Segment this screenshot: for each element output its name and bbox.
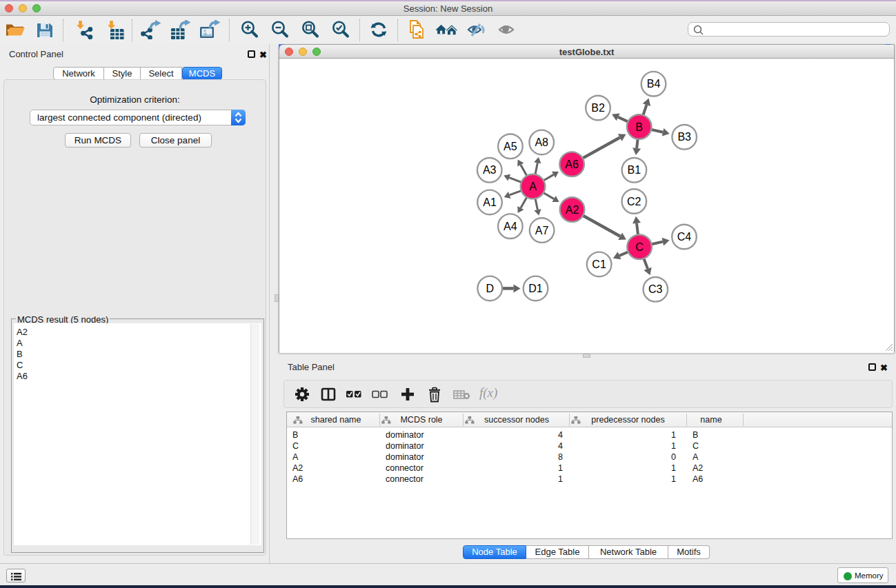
svg-text:B1: B1: [628, 164, 641, 176]
svg-text:C1: C1: [592, 258, 606, 270]
svg-text:C2: C2: [627, 196, 641, 207]
svg-text:A3: A3: [483, 164, 497, 176]
svg-text:A6: A6: [565, 159, 579, 170]
svg-text:B2: B2: [591, 102, 605, 114]
svg-text:C3: C3: [648, 283, 663, 295]
svg-text:D: D: [486, 283, 494, 294]
svg-text:A5: A5: [504, 141, 517, 152]
svg-text:B3: B3: [677, 131, 691, 143]
svg-text:A: A: [529, 181, 537, 192]
svg-text:A7: A7: [535, 225, 549, 236]
svg-text:C: C: [635, 241, 644, 253]
svg-text:A4: A4: [504, 221, 517, 232]
svg-text:A2: A2: [566, 204, 579, 216]
svg-text:D1: D1: [528, 283, 543, 294]
svg-text:B4: B4: [647, 78, 661, 90]
svg-text:A8: A8: [535, 136, 548, 148]
svg-text:C4: C4: [677, 231, 692, 243]
svg-text:B: B: [635, 121, 643, 133]
svg-text:A1: A1: [483, 196, 497, 208]
